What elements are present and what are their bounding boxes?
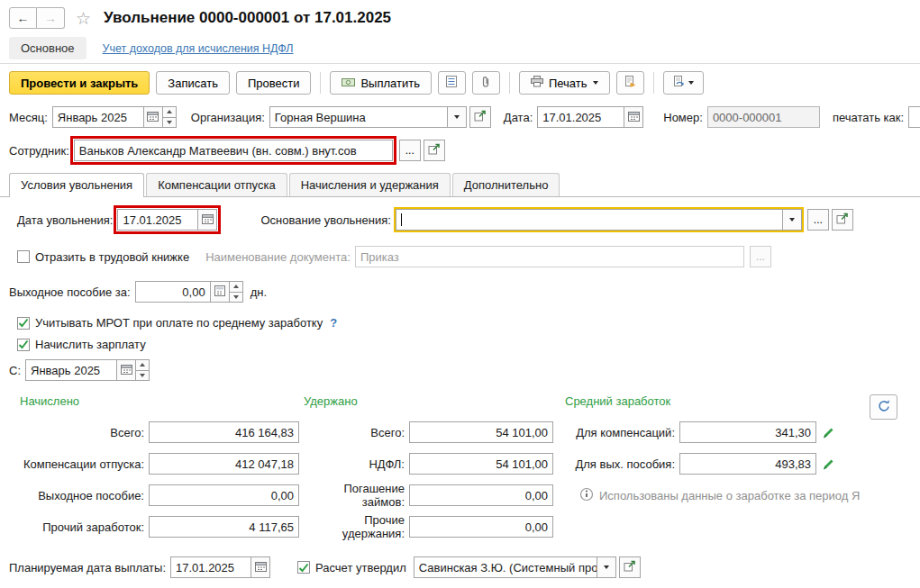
month-value[interactable]: Январь 2025 (53, 107, 143, 127)
tab-accruals-deductions[interactable]: Начисления и удержания (289, 173, 451, 196)
earnings-info-row: Использованы данные о заработке за перио… (579, 484, 860, 506)
row-label: Для компенсаций: (565, 426, 675, 439)
planned-payment-date-field[interactable]: 17.01.2025 (170, 556, 270, 578)
dismissal-date-value[interactable]: 17.01.2025 (118, 210, 197, 230)
month-field[interactable]: Январь 2025 (52, 106, 177, 128)
accrue-salary-label: Начислить зарплату (35, 338, 146, 351)
dismissal-reason-combo[interactable] (396, 209, 802, 231)
withheld-column: Удержано Всего: 54 101,00 НДФЛ: 54 101,0… (304, 394, 553, 547)
forward-button[interactable]: → (37, 7, 65, 29)
from-month-field[interactable]: Январь 2025 (25, 359, 150, 381)
edit-pencil-icon[interactable] (822, 457, 835, 471)
tab-label: Условия увольнения (21, 178, 132, 192)
write-button[interactable]: Записать (156, 71, 230, 95)
post-button[interactable]: Провести (236, 71, 312, 95)
dismissal-reason-choose-button[interactable]: ... (807, 209, 829, 231)
employee-choose-button[interactable]: ... (399, 140, 421, 161)
back-button[interactable]: ← (9, 7, 37, 29)
withheld-total-field[interactable]: 54 101,00 (409, 421, 553, 443)
mrot-checkbox[interactable] (17, 317, 30, 330)
triangle-up-icon (167, 110, 172, 113)
withheld-other-field[interactable]: 0,00 (409, 516, 553, 538)
dismissal-reason-value[interactable] (396, 210, 782, 230)
attachments-button[interactable] (472, 71, 500, 95)
month-label: Месяц: (9, 111, 48, 124)
date-value[interactable]: 17.01.2025 (538, 107, 624, 127)
from-month-calendar-button[interactable] (116, 360, 135, 380)
favorite-star-icon[interactable]: ☆ (76, 10, 91, 27)
workbook-checkbox[interactable] (17, 250, 30, 263)
nav-tab-main[interactable]: Основное (9, 37, 87, 59)
tab-additional[interactable]: Дополнительно (452, 173, 560, 196)
print-as-field[interactable] (908, 106, 920, 128)
severance-value[interactable]: 0,00 (136, 282, 210, 302)
post-and-close-button[interactable]: Провести и закрыть (9, 71, 150, 95)
approved-by-open-button[interactable] (619, 556, 641, 578)
info-icon (579, 487, 594, 504)
severance-calculator-button[interactable] (210, 282, 229, 302)
nav-link-ndfl[interactable]: Учет доходов для исчисления НДФЛ (103, 42, 294, 55)
accrue-salary-checkbox[interactable] (17, 339, 30, 351)
report-button[interactable] (438, 71, 466, 95)
average-severance-field[interactable]: 493,83 (679, 453, 816, 475)
organization-value[interactable]: Горная Вершина (270, 107, 447, 127)
severance-field[interactable]: 0,00 (135, 281, 243, 303)
edo-button[interactable] (663, 71, 704, 95)
create-based-button[interactable] (616, 71, 644, 95)
withheld-ndfl-field[interactable]: 54 101,00 (409, 453, 553, 475)
organization-dropdown-button[interactable] (447, 107, 466, 127)
planned-date-calendar-button[interactable] (250, 557, 269, 577)
employee-field[interactable]: Ваньков Александр Матвеевич (вн. совм.) … (74, 140, 393, 161)
average-compensation-field[interactable]: 341,30 (679, 421, 816, 443)
tab-content-conditions: Дата увольнения: 17.01.2025 Основание ув… (0, 209, 920, 578)
print-button[interactable]: Печать (519, 71, 610, 95)
date-field[interactable]: 17.01.2025 (537, 106, 643, 128)
page-title: Увольнение 0000-000001 от 17.01.2025 (104, 9, 391, 27)
employee-label: Сотрудник: (9, 144, 69, 158)
month-calendar-button[interactable] (143, 107, 162, 127)
employee-row: Сотрудник: Ваньков Александр Матвеевич (… (0, 140, 920, 161)
spin-up-button[interactable] (230, 282, 242, 292)
dismissal-reason-dropdown-button[interactable] (782, 210, 801, 230)
spin-up-button[interactable] (136, 360, 149, 370)
accrued-compensation-field[interactable]: 412 047,18 (149, 453, 299, 475)
approved-by-value[interactable]: Савинская З.Ю. (Системный прог (414, 557, 597, 577)
tab-dismissal-conditions[interactable]: Условия увольнения (9, 173, 144, 197)
date-calendar-button[interactable] (624, 107, 642, 127)
pay-button[interactable]: Выплатить (330, 71, 432, 95)
spin-down-button[interactable] (230, 292, 242, 303)
mrot-help-link[interactable]: ? (330, 316, 337, 330)
from-month-value[interactable]: Январь 2025 (26, 360, 116, 380)
spin-down-button[interactable] (136, 370, 149, 381)
recalculate-button[interactable] (870, 394, 897, 420)
spin-up-button[interactable] (163, 107, 176, 117)
employee-open-button[interactable] (424, 140, 445, 161)
doc-name-field: Приказ (355, 246, 744, 267)
tab-vacation-compensation[interactable]: Компенсации отпуска (146, 173, 287, 196)
row-label: Погашение займов: (304, 482, 405, 509)
accrued-total-field[interactable]: 416 164,83 (149, 421, 299, 443)
row-label: Прочие удержания: (304, 513, 405, 540)
severance-row: Выходное пособие за: 0,00 дн. (0, 281, 920, 303)
organization-open-button[interactable] (469, 106, 491, 128)
row-label: Всего: (9, 426, 144, 439)
approved-checkbox[interactable] (297, 561, 310, 574)
withheld-loans-field[interactable]: 0,00 (409, 484, 553, 506)
post-and-close-label: Провести и закрыть (21, 77, 138, 90)
doc-name-value: Приказ (356, 247, 743, 267)
withheld-header: Удержано (304, 394, 553, 411)
employee-value[interactable]: Ваньков Александр Матвеевич (вн. совм.) … (75, 140, 392, 160)
print-as-value[interactable] (909, 107, 920, 127)
approved-by-combo[interactable]: Савинская З.Ю. (Системный прог (414, 556, 616, 578)
dismissal-reason-open-button[interactable] (832, 209, 853, 231)
spin-down-button[interactable] (163, 117, 176, 128)
dismissal-date-calendar-button[interactable] (197, 210, 216, 230)
planned-payment-date-value[interactable]: 17.01.2025 (171, 557, 250, 577)
approved-by-dropdown-button[interactable] (597, 557, 615, 577)
accrued-other-field[interactable]: 4 117,65 (149, 516, 299, 538)
dismissal-date-field[interactable]: 17.01.2025 (117, 209, 217, 231)
edit-pencil-icon[interactable] (822, 426, 835, 439)
forward-arrow-icon: → (44, 11, 57, 25)
accrued-severance-field[interactable]: 0,00 (149, 484, 299, 506)
organization-combo[interactable]: Горная Вершина (269, 106, 467, 128)
